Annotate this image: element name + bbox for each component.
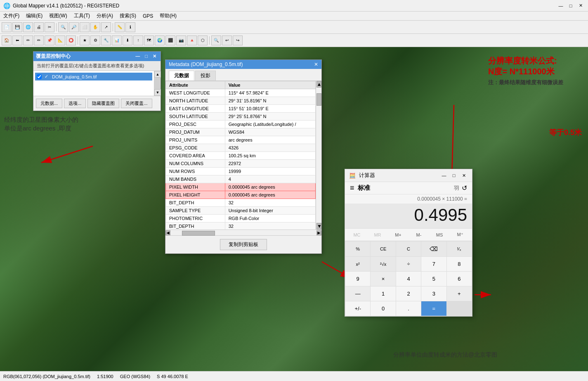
- tb2-8[interactable]: ★: [80, 35, 90, 45]
- close-overlay-button[interactable]: 关闭覆盖...: [121, 99, 152, 108]
- menu-file[interactable]: 文件(F): [0, 12, 23, 20]
- calc-6[interactable]: 6: [447, 272, 472, 286]
- tb2-5[interactable]: 📌: [45, 35, 54, 45]
- tb2-3[interactable]: ✏: [23, 35, 33, 45]
- metadata-table-container[interactable]: Attribute Value WEST LONGITUDE115° 44' 5…: [165, 81, 321, 230]
- tb2-6[interactable]: 📐: [55, 35, 65, 45]
- tb2-10[interactable]: 🔧: [101, 35, 111, 45]
- copy-to-clipboard-button[interactable]: 复制到剪贴板: [220, 239, 267, 250]
- calc-ms[interactable]: MS: [429, 230, 450, 239]
- tb-print[interactable]: 🖨: [34, 22, 44, 32]
- calc-sub[interactable]: —: [345, 286, 370, 301]
- tab-metadata[interactable]: 元数据: [169, 71, 194, 80]
- scroll-up-btn[interactable]: ▲: [154, 71, 161, 78]
- tb2-1[interactable]: 🏠: [2, 35, 12, 45]
- calc-8[interactable]: 8: [447, 257, 472, 271]
- tb-select[interactable]: ↗: [101, 22, 111, 32]
- tab-projection[interactable]: 投影: [195, 71, 216, 80]
- calculator-close-btn[interactable]: ✕: [460, 172, 468, 179]
- metadata-scrollbar-h-thumb[interactable]: [182, 231, 215, 236]
- calc-mul[interactable]: ×: [371, 272, 395, 286]
- metadata-button[interactable]: 元数据...: [36, 99, 62, 108]
- menu-help[interactable]: 帮助(H): [156, 12, 180, 20]
- calc-0[interactable]: 0: [371, 301, 395, 316]
- scroll-down-btn[interactable]: ▼: [154, 89, 161, 96]
- calc-4[interactable]: 4: [396, 272, 421, 286]
- calc-sqrt[interactable]: ²√x: [371, 257, 395, 271]
- hamburger-icon[interactable]: ≡: [350, 184, 354, 192]
- overlay-layer-item[interactable]: ✓ DOM_jiujiang_0.5m.tif: [35, 73, 152, 80]
- options-button[interactable]: 选项...: [64, 99, 86, 108]
- calculator-max-btn[interactable]: □: [450, 172, 458, 179]
- tb2-17[interactable]: 📷: [176, 35, 186, 45]
- calc-add[interactable]: +: [447, 286, 472, 301]
- overlay-layer-list[interactable]: ✓ DOM_jiujiang_0.5m.tif: [33, 71, 154, 96]
- tb-zoom-fit[interactable]: ⬜: [80, 22, 90, 32]
- tb2-9[interactable]: ⚙: [90, 35, 100, 45]
- calc-sq[interactable]: x²: [345, 257, 370, 271]
- tb-info[interactable]: ℹ: [125, 22, 135, 32]
- calculator-window-controls[interactable]: — □ ✕: [440, 172, 468, 179]
- overlay-panel-max[interactable]: □: [143, 53, 149, 59]
- calc-1[interactable]: 1: [371, 286, 395, 301]
- menu-analysis[interactable]: 分析(A): [93, 12, 116, 20]
- overlay-panel-min[interactable]: —: [134, 53, 142, 59]
- tb-new[interactable]: 📄: [2, 22, 12, 32]
- tb-open[interactable]: 💾: [12, 22, 22, 32]
- tb2-7[interactable]: ⭕: [66, 35, 76, 45]
- menu-tools[interactable]: 工具(T): [71, 12, 93, 20]
- overlay-layer-checkbox[interactable]: [37, 74, 42, 79]
- hide-button[interactable]: 隐藏覆盖图: [87, 99, 119, 108]
- tb2-12[interactable]: ⬇: [123, 35, 132, 45]
- calc-3[interactable]: 3: [421, 286, 446, 301]
- overlay-panel-close[interactable]: ✕: [151, 53, 158, 59]
- calc-5[interactable]: 5: [421, 272, 446, 286]
- tb2-20[interactable]: 🔍: [211, 35, 221, 45]
- metadata-tabs[interactable]: 元数据 投影: [165, 69, 321, 81]
- metadata-scrollbar-h[interactable]: ◄ ►: [165, 230, 321, 235]
- minimize-button[interactable]: —: [557, 2, 565, 9]
- calc-mr[interactable]: MR: [367, 230, 388, 239]
- calc-neg[interactable]: +/-: [345, 301, 370, 316]
- calc-div[interactable]: ÷: [396, 257, 421, 271]
- tb2-22[interactable]: ↪: [233, 35, 243, 45]
- calc-c[interactable]: C: [396, 241, 421, 256]
- tb2-19[interactable]: ⬡: [198, 35, 208, 45]
- calc-equals[interactable]: =: [421, 301, 446, 316]
- tb2-15[interactable]: 🌍: [155, 35, 165, 45]
- main-area[interactable]: 分辨率度转米公式: N度= N*111000米 注：最终结果随维度有细微误差 经…: [0, 47, 588, 371]
- tb-measure[interactable]: 📏: [115, 22, 125, 32]
- menu-search[interactable]: 搜索(S): [116, 12, 139, 20]
- calc-9[interactable]: 9: [345, 272, 370, 286]
- overlay-panel-controls[interactable]: — □ ✕: [134, 53, 158, 59]
- title-controls[interactable]: — □ ✕: [557, 2, 585, 9]
- metadata-close-btn[interactable]: ✕: [314, 62, 318, 67]
- tb2-4[interactable]: ✏: [34, 35, 44, 45]
- tb2-13[interactable]: ↑: [133, 35, 143, 45]
- calc-mplus[interactable]: M+: [388, 230, 409, 239]
- history-icon[interactable]: ↺: [462, 184, 467, 192]
- menu-view[interactable]: 视图(W): [46, 12, 70, 20]
- tb2-18[interactable]: 🔺: [187, 35, 197, 45]
- menu-edit[interactable]: 编辑(E): [23, 12, 46, 20]
- calc-backspace[interactable]: ⌫: [421, 241, 446, 256]
- tb2-14[interactable]: 🗺: [144, 35, 154, 45]
- calc-mcarrot[interactable]: M⁺: [450, 230, 470, 239]
- calc-7[interactable]: 7: [421, 257, 446, 271]
- calc-2[interactable]: 2: [396, 286, 421, 301]
- tb-pan[interactable]: ✋: [90, 22, 100, 32]
- tb-cut[interactable]: ✂: [45, 22, 54, 32]
- close-button[interactable]: ✕: [576, 2, 585, 9]
- calc-ce[interactable]: CE: [371, 241, 395, 256]
- calculator-min-btn[interactable]: —: [440, 172, 448, 179]
- calc-mc[interactable]: MC: [347, 230, 367, 239]
- tb-zoom-in[interactable]: 🔍: [58, 22, 68, 32]
- tb-zoom-out[interactable]: 🔎: [69, 22, 79, 32]
- tb2-21[interactable]: ↩: [222, 35, 232, 45]
- tb2-11[interactable]: 📊: [112, 35, 122, 45]
- metadata-scrollbar-v[interactable]: ▲ ▼: [316, 81, 321, 230]
- maximize-button[interactable]: □: [567, 2, 575, 9]
- metadata-scrollbar-thumb[interactable]: [316, 93, 321, 106]
- calc-inv[interactable]: ¹⁄ₓ: [447, 241, 472, 256]
- tb2-16[interactable]: ⬛: [165, 35, 175, 45]
